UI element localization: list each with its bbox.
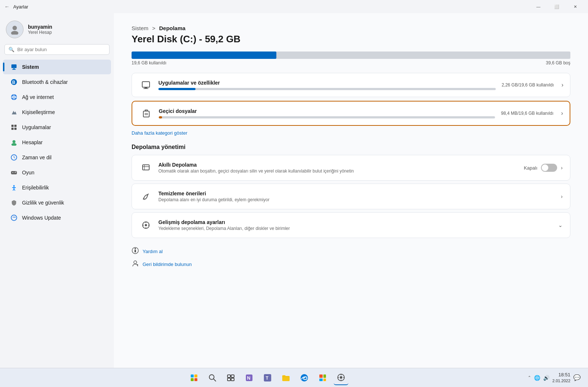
widgets-button[interactable]: N	[242, 370, 257, 385]
store-button[interactable]	[315, 370, 330, 385]
svg-rect-3	[13, 68, 15, 69]
sidebar-item-bluetooth[interactable]: B Bluetooth & cihazlar	[3, 75, 111, 89]
sidebar-label-update: Windows Update	[22, 215, 61, 221]
settings-button[interactable]	[334, 370, 348, 385]
akilli-right: Kapalı ›	[524, 164, 563, 172]
temizleme-right: ›	[561, 194, 563, 199]
time-icon	[10, 154, 18, 161]
sidebar-item-gizlilik[interactable]: Gizlilik ve güvenlik	[3, 195, 111, 210]
mgmt-card-akilli[interactable]: Akıllı Depolama Otomatik olarak alan boş…	[132, 155, 570, 181]
volume-tray-icon[interactable]: 🔊	[543, 375, 549, 381]
svg-rect-58	[194, 378, 197, 381]
svg-rect-12	[11, 128, 14, 130]
user-info: bunyamin Yerel Hesap	[28, 24, 52, 35]
explorer-button[interactable]	[279, 370, 293, 385]
akilli-toggle[interactable]	[541, 164, 557, 172]
svg-rect-70	[319, 374, 323, 378]
svg-point-75	[340, 376, 343, 379]
title-bar-controls: — ⬜ ✕	[530, 1, 584, 13]
time-display: 18:51	[552, 372, 570, 378]
user-role: Yerel Hesap	[28, 30, 52, 35]
sidebar: bunyamin Yerel Hesap 🔍	[0, 13, 114, 372]
apps-card-size: 2,26 GB/19,6 GB kullanıldı	[502, 82, 554, 88]
svg-line-18	[14, 157, 15, 158]
start-button[interactable]	[187, 370, 201, 385]
svg-rect-57	[191, 378, 194, 381]
title-bar-left: ← Ayarlar	[4, 4, 28, 10]
teams-button[interactable]: T	[260, 370, 275, 385]
akilli-body: Akıllı Depolama Otomatik olarak alan boş…	[158, 162, 518, 174]
storage-used-label: 19,6 GB kullanıldı	[132, 60, 166, 65]
mgmt-card-gelismis[interactable]: Gelişmiş depolama ayarları Yedekleme seç…	[132, 212, 570, 238]
sidebar-label-zaman: Zaman ve dil	[22, 155, 51, 160]
mgmt-card-temizleme[interactable]: Temizleme önerileri Depolama alanı en iy…	[132, 184, 570, 209]
storage-bar-inner	[132, 52, 276, 59]
search-taskbar-button[interactable]	[205, 370, 220, 385]
svg-rect-73	[323, 379, 326, 381]
help-item-yardim[interactable]: Yardım al	[132, 247, 570, 256]
content-area: Sistem > Depolama Yerel Disk (C:) - 59,2…	[114, 13, 588, 372]
nav-items: Sistem B Bluetooth & cihazlar	[0, 59, 114, 372]
geri-bildirim-link[interactable]: Geri bildirimde bulunun	[143, 262, 192, 267]
category-card-temp[interactable]: Geçici dosyalar 98,4 MB/19,6 GB kullanıl…	[132, 101, 570, 126]
svg-point-52	[134, 261, 137, 264]
gelismis-right: ⌄	[558, 222, 563, 228]
svg-rect-72	[319, 379, 323, 381]
sys-tray: ⌃ 🌐 🔊	[528, 375, 549, 381]
security-icon	[10, 199, 18, 206]
sidebar-item-kisisel[interactable]: Kişiselleştirme	[3, 105, 111, 120]
sidebar-item-update[interactable]: Windows Update	[3, 210, 111, 225]
apps-icon	[10, 124, 18, 131]
sidebar-item-erisim[interactable]: Erişilebilirlik	[3, 180, 111, 195]
sidebar-item-sistem[interactable]: Sistem	[3, 60, 111, 74]
close-button[interactable]: ✕	[567, 1, 584, 13]
yardim-link[interactable]: Yardım al	[143, 249, 163, 254]
svg-rect-63	[227, 378, 230, 381]
network-tray-icon[interactable]: 🌐	[534, 375, 540, 381]
svg-text:B: B	[12, 80, 15, 85]
temp-card-bar	[159, 116, 495, 118]
more-categories-link[interactable]: Daha fazla kategori göster	[132, 130, 187, 136]
svg-point-0	[12, 26, 17, 30]
help-item-geri[interactable]: Geri bildirimde bulunun	[132, 260, 570, 269]
edge-button[interactable]	[297, 370, 312, 385]
storage-bar-container: 19,6 GB kullanıldı 39,6 GB boş	[132, 52, 570, 65]
personalize-icon	[10, 109, 18, 116]
notifications-icon[interactable]: 💬	[573, 374, 581, 381]
sidebar-label-gizlilik: Gizlilik ve güvenlik	[22, 200, 64, 206]
svg-point-44	[145, 224, 147, 226]
sidebar-item-ag[interactable]: Ağ ve internet	[3, 90, 111, 104]
sidebar-label-ag: Ağ ve internet	[22, 94, 54, 100]
yardim-icon	[132, 247, 139, 256]
time-block[interactable]: 18:51 2.01.2022	[552, 372, 570, 383]
window-title: Ayarlar	[13, 4, 28, 10]
sidebar-item-zaman[interactable]: Zaman ve dil	[3, 150, 111, 165]
svg-text:N: N	[247, 375, 250, 381]
accounts-icon	[10, 139, 18, 146]
akilli-title: Akıllı Depolama	[158, 162, 518, 168]
svg-rect-19	[11, 171, 17, 174]
temizleme-desc: Depolama alanı en iyi duruma getirildi, …	[158, 197, 555, 202]
akilli-chevron: ›	[561, 165, 563, 171]
gelismis-chevron: ⌄	[558, 222, 563, 228]
category-card-apps[interactable]: Uygulamalar ve özellikler 2,26 GB/19,6 G…	[132, 73, 570, 97]
apps-card-icon	[139, 78, 153, 92]
sidebar-item-uygulamalar[interactable]: Uygulamalar	[3, 120, 111, 135]
sidebar-item-oyun[interactable]: Oyun	[3, 165, 111, 180]
sidebar-item-hesaplar[interactable]: Hesaplar	[3, 135, 111, 150]
temizleme-icon	[139, 190, 153, 203]
maximize-button[interactable]: ⬜	[548, 1, 565, 13]
apps-card-title: Uygulamalar ve özellikler	[158, 80, 496, 86]
temp-card-body: Geçici dosyalar	[159, 108, 495, 118]
sistem-icon	[10, 63, 18, 71]
back-icon[interactable]: ←	[4, 4, 10, 10]
search-box[interactable]: 🔍	[4, 44, 110, 55]
minimize-button[interactable]: —	[530, 1, 547, 13]
svg-rect-39	[143, 165, 149, 170]
taskview-button[interactable]	[223, 370, 238, 385]
akilli-icon	[139, 161, 153, 174]
search-input[interactable]	[17, 47, 105, 52]
svg-rect-13	[14, 128, 17, 130]
svg-rect-56	[194, 374, 197, 377]
tray-caret[interactable]: ⌃	[528, 375, 531, 380]
